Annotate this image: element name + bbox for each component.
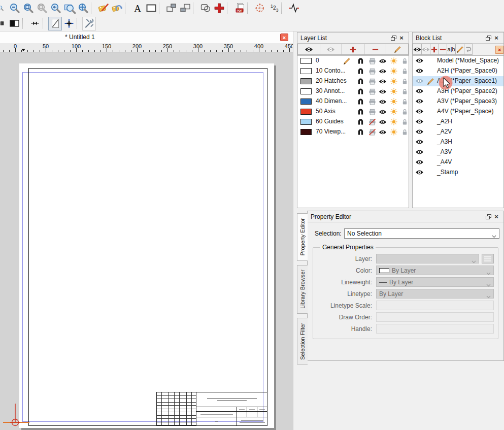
layer-menu-button[interactable] [482, 254, 494, 263]
crosshair-plus-button[interactable] [62, 17, 76, 30]
layer-brightness-sun-icon[interactable] [390, 128, 398, 136]
show-all-blocks-button[interactable] [413, 44, 422, 55]
snap-magnet-icon[interactable] [356, 108, 364, 115]
region-boolean-button[interactable] [198, 1, 212, 15]
block-visible-eye-icon[interactable] [415, 98, 424, 106]
close-panel-icon[interactable]: × [492, 34, 500, 42]
snap-magnet-icon[interactable] [356, 68, 364, 75]
side-tab-library-browser[interactable]: Library Browser [297, 265, 308, 314]
block-row[interactable]: _A3H [413, 137, 503, 147]
pdf-export-button[interactable]: PDF [232, 1, 246, 15]
lineweight-marker-button[interactable] [28, 17, 42, 30]
print-layer-icon[interactable] [368, 57, 376, 64]
show-selected-blocks-disabled-button[interactable] [421, 44, 430, 55]
zoom-fit-button[interactable] [21, 1, 35, 15]
block-row[interactable]: Model (*Model_Space) [413, 56, 503, 66]
print-layer-icon[interactable] [368, 98, 376, 105]
side-tab-property-editor[interactable]: Property Editor [297, 213, 308, 261]
block-row[interactable]: A3H (*Paper_Space2) [413, 86, 503, 96]
layer-brightness-sun-icon[interactable] [390, 88, 398, 95]
rename-block-button[interactable]: a|b [447, 44, 456, 55]
block-row[interactable]: A2H (*Paper_Space0) [413, 66, 503, 76]
block-row[interactable]: _Stamp [413, 168, 503, 178]
block-row[interactable]: _A3V [413, 147, 503, 157]
pulse-tool-button[interactable] [287, 1, 300, 15]
drawing-canvas[interactable] [0, 52, 293, 430]
layer-row[interactable]: 50 Axis [297, 107, 409, 117]
layer-row[interactable]: 30 Annot... [297, 86, 409, 96]
layer-row[interactable]: 0 [297, 56, 409, 66]
layer-lock-icon[interactable] [400, 118, 409, 125]
gradient-bw-button[interactable] [8, 17, 21, 30]
document-close-button[interactable]: × [280, 34, 288, 41]
snap-magnet-icon[interactable] [356, 98, 364, 105]
print-layer-icon[interactable] [368, 118, 376, 125]
zoom-window-button[interactable] [62, 1, 76, 15]
order-to-front-button[interactable] [164, 1, 178, 15]
block-visible-eye-icon[interactable] [415, 58, 424, 65]
block-row[interactable]: A4V (*Paper_Space) [413, 107, 503, 117]
snap-magnet-icon[interactable] [356, 88, 364, 95]
print-layer-icon[interactable] [368, 78, 376, 85]
tag-edit-button[interactable] [96, 1, 110, 15]
block-row[interactable]: A2V (*Paper_Space1) [413, 76, 503, 86]
layer-row[interactable]: 10 Conto... [297, 66, 409, 76]
block-visible-eye-icon[interactable] [415, 109, 424, 116]
edit-layer-button[interactable] [386, 44, 409, 55]
rectangle-tool-button[interactable] [144, 1, 158, 15]
layer-lock-icon[interactable] [400, 78, 409, 85]
zoom-back-button[interactable] [49, 1, 62, 15]
layer-lock-icon[interactable] [400, 98, 409, 105]
layer-lock-icon[interactable] [400, 68, 409, 75]
edit-block-button[interactable] [455, 44, 464, 55]
tools-settings-button[interactable] [82, 17, 96, 30]
float-panel-icon[interactable] [389, 34, 397, 42]
block-row[interactable]: _A2H [413, 117, 503, 127]
block-visible-eye-icon[interactable] [415, 159, 424, 167]
zoom-out-button[interactable] [8, 1, 21, 15]
layer-brightness-sun-icon[interactable] [390, 68, 398, 75]
snap-magnet-icon[interactable] [356, 118, 364, 125]
block-visible-eye-icon[interactable] [415, 88, 424, 95]
layer-visible-eye-icon[interactable] [379, 57, 387, 64]
block-row[interactable]: _A4V [413, 157, 503, 168]
tag-undo-button[interactable] [110, 1, 124, 15]
add-block-button[interactable] [430, 44, 439, 55]
snap-magnet-icon[interactable] [356, 78, 364, 85]
draft-toggle-button[interactable] [48, 17, 62, 30]
float-panel-icon[interactable] [484, 34, 492, 42]
block-row[interactable]: _A2V [413, 127, 503, 137]
print-layer-icon[interactable] [368, 88, 376, 95]
layer-visible-eye-icon[interactable] [379, 128, 387, 136]
close-panel-icon[interactable]: × [492, 213, 500, 221]
layer-visible-eye-icon[interactable] [379, 118, 387, 125]
zoom-auto-button[interactable] [76, 1, 90, 15]
print-layer-icon[interactable] [368, 68, 376, 75]
insert-block-disabled-button[interactable] [464, 44, 473, 55]
layer-row[interactable]: 40 Dimen... [297, 96, 409, 107]
layer-visible-eye-icon[interactable] [379, 78, 387, 85]
remove-block-button[interactable] [439, 44, 448, 55]
layer-lock-icon[interactable] [400, 88, 409, 95]
add-layer-button[interactable] [342, 44, 364, 55]
layer-brightness-sun-icon[interactable] [390, 78, 398, 85]
block-visible-eye-icon[interactable] [415, 149, 424, 156]
layer-brightness-sun-icon[interactable] [390, 57, 398, 64]
block-visible-eye-icon[interactable] [415, 78, 424, 85]
text-tool-button[interactable]: A [130, 1, 144, 15]
layer-row[interactable]: 20 Hatches [297, 76, 409, 86]
zoom-clipped-button[interactable] [0, 1, 8, 15]
side-tab-selection-filter[interactable]: Selection Filter [297, 318, 308, 365]
layer-lock-icon[interactable] [400, 57, 409, 64]
layer-row[interactable]: 70 Viewp... [297, 127, 409, 137]
add-plus-button[interactable] [212, 1, 226, 15]
layer-brightness-sun-icon[interactable] [390, 118, 398, 125]
purge-blocks-button[interactable]: × [495, 46, 503, 54]
layer-visible-eye-icon[interactable] [379, 68, 387, 75]
zoom-extents-disabled-button[interactable] [35, 1, 49, 15]
print-layer-icon[interactable] [368, 108, 376, 115]
gradient-clipped-button[interactable] [0, 17, 8, 30]
block-visible-eye-icon[interactable] [415, 129, 424, 136]
layer-row[interactable]: 60 Guides [297, 117, 409, 127]
snap-magnet-icon[interactable] [356, 128, 364, 136]
